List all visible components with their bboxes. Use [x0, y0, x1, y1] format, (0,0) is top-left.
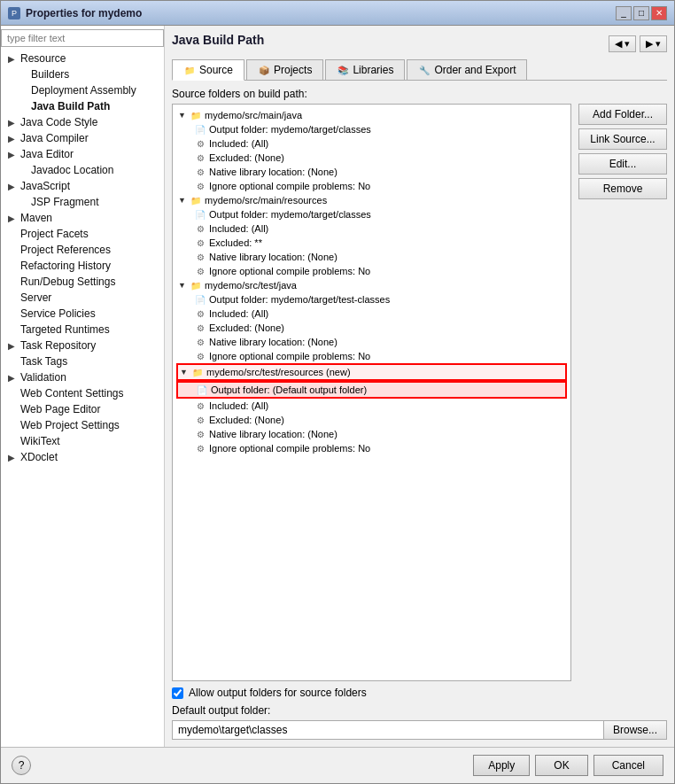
dialog-title: Properties for mydemo [26, 7, 142, 19]
tree-folder-1[interactable]: ▼ 📁 mydemo/src/main/java [176, 108, 567, 122]
sidebar-label: Maven [20, 212, 52, 224]
sidebar-item-run-debug-settings[interactable]: Run/Debug Settings [1, 274, 164, 290]
sidebar-item-java-editor[interactable]: ▶ Java Editor [1, 146, 164, 162]
tab-order-export[interactable]: 🔧 Order and Export [407, 59, 527, 80]
sidebar-item-task-tags[interactable]: Task Tags [1, 353, 164, 369]
tree-folder-4-highlighted[interactable]: ▼ 📁 mydemo/src/test/resources (new) [176, 363, 567, 381]
gear-icon: ⚙ [194, 237, 206, 249]
sidebar-item-javadoc-location[interactable]: Javadoc Location [1, 162, 164, 178]
title-bar: P Properties for mydemo _ □ ✕ [1, 1, 674, 26]
sidebar-item-builders[interactable]: Builders [1, 66, 164, 82]
tree-item: ⚙ Excluded: (None) [176, 151, 567, 165]
sidebar-label: Web Content Settings [20, 387, 124, 400]
apply-button[interactable]: Apply [473, 755, 530, 776]
sidebar-label: Project Facets [20, 228, 89, 240]
tree-item-label: Included: (All) [209, 223, 268, 234]
tree-item: ⚙ Ignore optional compile problems: No [176, 264, 567, 278]
sidebar-item-server[interactable]: Server [1, 290, 164, 306]
tree-item: ⚙ Included: (All) [176, 399, 567, 413]
tab-libraries[interactable]: 📚 Libraries [325, 59, 405, 80]
sidebar-item-service-policies[interactable]: Service Policies [1, 306, 164, 322]
sidebar-item-project-references[interactable]: Project References [1, 242, 164, 258]
nav-forward-button[interactable]: ▶ ▾ [640, 35, 667, 52]
tree-item: ⚙ Ignore optional compile problems: No [176, 179, 567, 193]
sidebar-label: Server [20, 291, 51, 304]
browse-button[interactable]: Browse... [604, 720, 667, 740]
sidebar-label: Web Page Editor [20, 403, 101, 415]
output-label: Default output folder: [172, 704, 667, 717]
tree-folder-3[interactable]: ▼ 📁 mydemo/src/test/java [176, 278, 567, 292]
sidebar-label: Task Repository [20, 339, 96, 352]
tree-item-label: Output folder: mydemo/target/classes [209, 124, 371, 135]
sidebar-item-web-project-settings[interactable]: Web Project Settings [1, 417, 164, 433]
gear-icon: ⚙ [194, 336, 206, 348]
dialog-body: ▶ Resource Builders Deployment Assembly … [1, 26, 674, 747]
tree-item: ⚙ Native library location: (None) [176, 427, 567, 441]
edit-button[interactable]: Edit... [578, 153, 667, 175]
remove-button[interactable]: Remove [578, 178, 667, 199]
sidebar-item-task-repository[interactable]: ▶ Task Repository [1, 338, 164, 353]
sidebar-item-java-build-path[interactable]: Java Build Path [1, 98, 164, 114]
title-buttons: _ □ ✕ [616, 6, 667, 20]
gear-icon: ⚙ [194, 137, 206, 150]
sidebar-label: Refactoring History [20, 260, 111, 272]
output-folder-input[interactable] [172, 720, 604, 740]
tree-item-label: Excluded: ** [209, 237, 262, 248]
add-folder-button[interactable]: Add Folder... [578, 104, 667, 125]
sidebar-item-deployment-assembly[interactable]: Deployment Assembly [1, 82, 164, 98]
ok-button[interactable]: OK [535, 755, 587, 776]
gear-icon: ⚙ [194, 400, 206, 412]
sidebar-item-web-page-editor[interactable]: Web Page Editor [1, 401, 164, 417]
sidebar-label: Validation [20, 371, 66, 384]
gear-icon: ⚙ [194, 180, 206, 192]
gear-icon: ⚙ [194, 442, 206, 454]
sidebar-item-java-compiler[interactable]: ▶ Java Compiler [1, 130, 164, 146]
sidebar-label: Web Project Settings [20, 419, 120, 431]
sidebar-item-resource[interactable]: ▶ Resource [1, 50, 164, 66]
sidebar-item-web-content-settings[interactable]: Web Content Settings [1, 385, 164, 401]
sidebar-item-validation[interactable]: ▶ Validation [1, 369, 164, 385]
cancel-button[interactable]: Cancel [594, 755, 663, 776]
allow-output-checkbox[interactable] [172, 687, 183, 699]
tree-item-label: Ignore optional compile problems: No [209, 351, 370, 361]
maximize-button[interactable]: □ [633, 6, 649, 20]
link-source-button[interactable]: Link Source... [578, 128, 667, 150]
allow-output-label: Allow output folders for source folders [189, 687, 367, 699]
tree-item-label: Ignore optional compile problems: No [209, 181, 370, 191]
close-button[interactable]: ✕ [651, 6, 667, 20]
sidebar-item-jsp-fragment[interactable]: JSP Fragment [1, 194, 164, 210]
tab-source-label: Source [199, 64, 233, 76]
source-tree-container: ▼ 📁 mydemo/src/main/java 📄 Output folder… [172, 104, 667, 681]
sidebar-label: XDoclet [20, 451, 58, 463]
sidebar-item-refactoring-history[interactable]: Refactoring History [1, 258, 164, 274]
title-bar-left: P Properties for mydemo [8, 7, 142, 19]
nav-back-button[interactable]: ◀ ▾ [609, 35, 636, 52]
tab-source[interactable]: 📁 Source [172, 59, 244, 81]
tree-item: ⚙ Native library location: (None) [176, 250, 567, 264]
sidebar-item-targeted-runtimes[interactable]: Targeted Runtimes [1, 322, 164, 338]
tab-projects-label: Projects [274, 64, 312, 76]
sidebar-label: Service Policies [20, 307, 96, 320]
checkbox-row: Allow output folders for source folders [172, 687, 667, 699]
footer-right: Apply OK Cancel [473, 755, 663, 776]
sidebar-item-java-code-style[interactable]: ▶ Java Code Style [1, 114, 164, 130]
minimize-button[interactable]: _ [616, 6, 632, 20]
order-tab-icon: 🔧 [418, 64, 431, 76]
sidebar-item-xdoclet[interactable]: ▶ XDoclet [1, 449, 164, 465]
sidebar-item-wikitext[interactable]: WikiText [1, 433, 164, 449]
tab-projects[interactable]: 📦 Projects [246, 59, 323, 80]
folder-icon: 📁 [190, 109, 202, 121]
tree-item-label: Ignore optional compile problems: No [209, 443, 370, 454]
source-tab-icon: 📁 [183, 64, 196, 76]
gear-icon: ⚙ [194, 307, 206, 320]
sidebar-item-javascript[interactable]: ▶ JavaScript [1, 178, 164, 194]
expand-arrow: ▶ [8, 341, 19, 351]
source-tree[interactable]: ▼ 📁 mydemo/src/main/java 📄 Output folder… [172, 104, 571, 681]
filter-input[interactable] [1, 29, 164, 47]
tree-folder-2[interactable]: ▼ 📁 mydemo/src/main/resources [176, 193, 567, 207]
tree-item: ⚙ Excluded: ** [176, 236, 567, 250]
help-button[interactable]: ? [12, 756, 31, 775]
sidebar-item-maven[interactable]: ▶ Maven [1, 210, 164, 226]
gear-icon: ⚙ [194, 350, 206, 362]
sidebar-item-project-facets[interactable]: Project Facets [1, 226, 164, 242]
